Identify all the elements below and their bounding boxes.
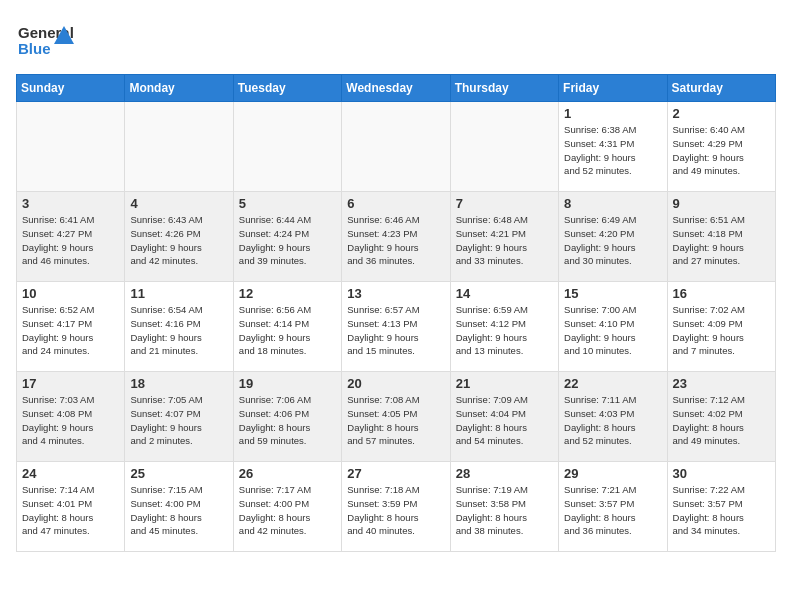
- weekday-header-wednesday: Wednesday: [342, 75, 450, 102]
- calendar-cell: [17, 102, 125, 192]
- day-info: Sunrise: 6:44 AM Sunset: 4:24 PM Dayligh…: [239, 213, 336, 268]
- calendar-cell: 27Sunrise: 7:18 AM Sunset: 3:59 PM Dayli…: [342, 462, 450, 552]
- day-info: Sunrise: 6:46 AM Sunset: 4:23 PM Dayligh…: [347, 213, 444, 268]
- day-number: 7: [456, 196, 553, 211]
- calendar-cell: 21Sunrise: 7:09 AM Sunset: 4:04 PM Dayli…: [450, 372, 558, 462]
- weekday-header-row: SundayMondayTuesdayWednesdayThursdayFrid…: [17, 75, 776, 102]
- calendar-cell: 10Sunrise: 6:52 AM Sunset: 4:17 PM Dayli…: [17, 282, 125, 372]
- day-info: Sunrise: 7:18 AM Sunset: 3:59 PM Dayligh…: [347, 483, 444, 538]
- calendar-cell: 13Sunrise: 6:57 AM Sunset: 4:13 PM Dayli…: [342, 282, 450, 372]
- calendar-cell: 28Sunrise: 7:19 AM Sunset: 3:58 PM Dayli…: [450, 462, 558, 552]
- calendar-cell: 22Sunrise: 7:11 AM Sunset: 4:03 PM Dayli…: [559, 372, 667, 462]
- day-number: 6: [347, 196, 444, 211]
- day-number: 23: [673, 376, 770, 391]
- day-number: 14: [456, 286, 553, 301]
- day-info: Sunrise: 6:57 AM Sunset: 4:13 PM Dayligh…: [347, 303, 444, 358]
- day-info: Sunrise: 7:14 AM Sunset: 4:01 PM Dayligh…: [22, 483, 119, 538]
- day-info: Sunrise: 7:02 AM Sunset: 4:09 PM Dayligh…: [673, 303, 770, 358]
- week-row-5: 24Sunrise: 7:14 AM Sunset: 4:01 PM Dayli…: [17, 462, 776, 552]
- day-number: 21: [456, 376, 553, 391]
- page-header: General Blue: [16, 16, 776, 66]
- day-info: Sunrise: 6:49 AM Sunset: 4:20 PM Dayligh…: [564, 213, 661, 268]
- day-info: Sunrise: 7:00 AM Sunset: 4:10 PM Dayligh…: [564, 303, 661, 358]
- day-number: 4: [130, 196, 227, 211]
- calendar-cell: 5Sunrise: 6:44 AM Sunset: 4:24 PM Daylig…: [233, 192, 341, 282]
- day-number: 18: [130, 376, 227, 391]
- day-number: 24: [22, 466, 119, 481]
- day-info: Sunrise: 6:56 AM Sunset: 4:14 PM Dayligh…: [239, 303, 336, 358]
- day-info: Sunrise: 7:22 AM Sunset: 3:57 PM Dayligh…: [673, 483, 770, 538]
- day-info: Sunrise: 7:09 AM Sunset: 4:04 PM Dayligh…: [456, 393, 553, 448]
- day-number: 10: [22, 286, 119, 301]
- day-number: 27: [347, 466, 444, 481]
- calendar-cell: 18Sunrise: 7:05 AM Sunset: 4:07 PM Dayli…: [125, 372, 233, 462]
- day-number: 1: [564, 106, 661, 121]
- day-info: Sunrise: 6:43 AM Sunset: 4:26 PM Dayligh…: [130, 213, 227, 268]
- calendar-cell: 6Sunrise: 6:46 AM Sunset: 4:23 PM Daylig…: [342, 192, 450, 282]
- day-number: 3: [22, 196, 119, 211]
- day-info: Sunrise: 6:41 AM Sunset: 4:27 PM Dayligh…: [22, 213, 119, 268]
- day-info: Sunrise: 7:03 AM Sunset: 4:08 PM Dayligh…: [22, 393, 119, 448]
- calendar-cell: 1Sunrise: 6:38 AM Sunset: 4:31 PM Daylig…: [559, 102, 667, 192]
- day-number: 30: [673, 466, 770, 481]
- calendar-cell: 24Sunrise: 7:14 AM Sunset: 4:01 PM Dayli…: [17, 462, 125, 552]
- day-number: 11: [130, 286, 227, 301]
- calendar-cell: 4Sunrise: 6:43 AM Sunset: 4:26 PM Daylig…: [125, 192, 233, 282]
- calendar-cell: 20Sunrise: 7:08 AM Sunset: 4:05 PM Dayli…: [342, 372, 450, 462]
- day-number: 17: [22, 376, 119, 391]
- calendar-cell: [342, 102, 450, 192]
- day-info: Sunrise: 7:19 AM Sunset: 3:58 PM Dayligh…: [456, 483, 553, 538]
- calendar-cell: [450, 102, 558, 192]
- day-number: 25: [130, 466, 227, 481]
- day-number: 9: [673, 196, 770, 211]
- calendar-cell: [233, 102, 341, 192]
- calendar-cell: 19Sunrise: 7:06 AM Sunset: 4:06 PM Dayli…: [233, 372, 341, 462]
- calendar-cell: 17Sunrise: 7:03 AM Sunset: 4:08 PM Dayli…: [17, 372, 125, 462]
- day-info: Sunrise: 6:54 AM Sunset: 4:16 PM Dayligh…: [130, 303, 227, 358]
- calendar-cell: 26Sunrise: 7:17 AM Sunset: 4:00 PM Dayli…: [233, 462, 341, 552]
- day-info: Sunrise: 6:59 AM Sunset: 4:12 PM Dayligh…: [456, 303, 553, 358]
- day-info: Sunrise: 6:40 AM Sunset: 4:29 PM Dayligh…: [673, 123, 770, 178]
- calendar-cell: 9Sunrise: 6:51 AM Sunset: 4:18 PM Daylig…: [667, 192, 775, 282]
- week-row-1: 1Sunrise: 6:38 AM Sunset: 4:31 PM Daylig…: [17, 102, 776, 192]
- day-info: Sunrise: 6:52 AM Sunset: 4:17 PM Dayligh…: [22, 303, 119, 358]
- day-info: Sunrise: 6:38 AM Sunset: 4:31 PM Dayligh…: [564, 123, 661, 178]
- calendar-cell: 29Sunrise: 7:21 AM Sunset: 3:57 PM Dayli…: [559, 462, 667, 552]
- logo: General Blue: [16, 16, 76, 66]
- day-number: 28: [456, 466, 553, 481]
- calendar-cell: 25Sunrise: 7:15 AM Sunset: 4:00 PM Dayli…: [125, 462, 233, 552]
- day-info: Sunrise: 6:48 AM Sunset: 4:21 PM Dayligh…: [456, 213, 553, 268]
- calendar-table: SundayMondayTuesdayWednesdayThursdayFrid…: [16, 74, 776, 552]
- day-number: 2: [673, 106, 770, 121]
- weekday-header-monday: Monday: [125, 75, 233, 102]
- calendar-cell: 23Sunrise: 7:12 AM Sunset: 4:02 PM Dayli…: [667, 372, 775, 462]
- logo-icon: General Blue: [16, 16, 76, 66]
- day-info: Sunrise: 7:17 AM Sunset: 4:00 PM Dayligh…: [239, 483, 336, 538]
- day-number: 12: [239, 286, 336, 301]
- calendar-cell: 14Sunrise: 6:59 AM Sunset: 4:12 PM Dayli…: [450, 282, 558, 372]
- day-number: 19: [239, 376, 336, 391]
- calendar-cell: 15Sunrise: 7:00 AM Sunset: 4:10 PM Dayli…: [559, 282, 667, 372]
- day-number: 15: [564, 286, 661, 301]
- day-info: Sunrise: 7:15 AM Sunset: 4:00 PM Dayligh…: [130, 483, 227, 538]
- calendar-cell: 3Sunrise: 6:41 AM Sunset: 4:27 PM Daylig…: [17, 192, 125, 282]
- day-number: 20: [347, 376, 444, 391]
- calendar-cell: 16Sunrise: 7:02 AM Sunset: 4:09 PM Dayli…: [667, 282, 775, 372]
- calendar-cell: 8Sunrise: 6:49 AM Sunset: 4:20 PM Daylig…: [559, 192, 667, 282]
- day-info: Sunrise: 7:11 AM Sunset: 4:03 PM Dayligh…: [564, 393, 661, 448]
- weekday-header-saturday: Saturday: [667, 75, 775, 102]
- day-info: Sunrise: 7:06 AM Sunset: 4:06 PM Dayligh…: [239, 393, 336, 448]
- calendar-cell: 12Sunrise: 6:56 AM Sunset: 4:14 PM Dayli…: [233, 282, 341, 372]
- week-row-4: 17Sunrise: 7:03 AM Sunset: 4:08 PM Dayli…: [17, 372, 776, 462]
- weekday-header-tuesday: Tuesday: [233, 75, 341, 102]
- day-info: Sunrise: 7:05 AM Sunset: 4:07 PM Dayligh…: [130, 393, 227, 448]
- weekday-header-sunday: Sunday: [17, 75, 125, 102]
- day-info: Sunrise: 7:12 AM Sunset: 4:02 PM Dayligh…: [673, 393, 770, 448]
- calendar-cell: 30Sunrise: 7:22 AM Sunset: 3:57 PM Dayli…: [667, 462, 775, 552]
- day-number: 16: [673, 286, 770, 301]
- day-number: 22: [564, 376, 661, 391]
- day-info: Sunrise: 7:21 AM Sunset: 3:57 PM Dayligh…: [564, 483, 661, 538]
- calendar-cell: 7Sunrise: 6:48 AM Sunset: 4:21 PM Daylig…: [450, 192, 558, 282]
- calendar-cell: 2Sunrise: 6:40 AM Sunset: 4:29 PM Daylig…: [667, 102, 775, 192]
- calendar-cell: 11Sunrise: 6:54 AM Sunset: 4:16 PM Dayli…: [125, 282, 233, 372]
